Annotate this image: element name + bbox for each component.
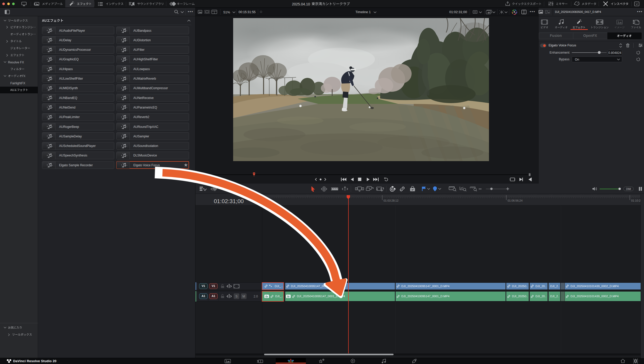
- svg-text:HQ: HQ: [488, 12, 490, 13]
